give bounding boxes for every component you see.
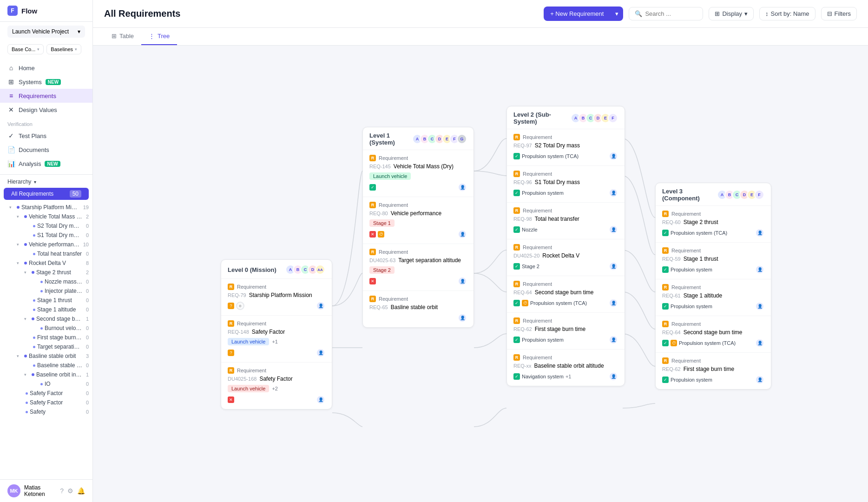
- req-id: REQ-79: [228, 292, 246, 298]
- req-card[interactable]: R Requirement REQ-62 First stage burn ti…: [507, 313, 625, 350]
- hierarchy-header[interactable]: Hierarchy ▾: [0, 175, 92, 187]
- tree-row-burnout[interactable]: Burnout velocity 0: [0, 324, 92, 333]
- req-card[interactable]: R Requirement REQ-80 Vehicle performance…: [363, 197, 473, 244]
- sub-label: Propulsion system: [671, 377, 712, 383]
- req-name-row: REQ-60 Stage 2 thrust: [662, 219, 764, 225]
- req-card-footer: ? ○ 👤: [228, 301, 325, 310]
- tree-row-target-sep[interactable]: Target separation altitude 0: [0, 342, 92, 351]
- bell-icon[interactable]: 🔔: [77, 487, 85, 495]
- search-box[interactable]: 🔍: [629, 7, 703, 20]
- req-card[interactable]: R Requirement REQ-79 Starship Platform M…: [221, 279, 332, 316]
- main-content: All Requirements + New Requirement ▾ 🔍 ⊞…: [93, 0, 868, 502]
- tree-row-stage1-alt[interactable]: Stage 1 altitude 0: [0, 305, 92, 314]
- search-input[interactable]: [645, 10, 697, 17]
- tree-row-stage2-thrust[interactable]: ▾ Stage 2 thrust 2: [0, 268, 92, 277]
- sidebar-item-design-values[interactable]: ✕ Design Values: [0, 103, 92, 117]
- req-card-footer: ? 👤: [228, 348, 325, 357]
- avatar: 👤: [609, 372, 618, 381]
- req-card[interactable]: R Requirement REQ-145 Vehicle Total Mass…: [363, 150, 473, 197]
- status-question-icon: ?: [228, 350, 234, 356]
- tree-row-vehicle-total[interactable]: ▾ Vehicle Total Mass (Dry) 2: [0, 212, 92, 221]
- tree-row-rocket[interactable]: ▾ Rocket Delta V 8: [0, 258, 92, 268]
- tree-row-io[interactable]: IO 0: [0, 379, 92, 389]
- req-name: Second stage burn time: [684, 329, 743, 336]
- tab-table[interactable]: ⊞ Table: [104, 28, 141, 45]
- nav-label: Design Values: [19, 106, 57, 113]
- req-card[interactable]: R Requirement REQ-64 Second stage burn t…: [507, 276, 625, 313]
- status-check-icon: ✓: [513, 300, 520, 306]
- tree-row-s1[interactable]: S1 Total Dry mass 0: [0, 231, 92, 240]
- tree-row-1st-burn[interactable]: First stage burn time 0: [0, 333, 92, 342]
- new-requirement-button[interactable]: + New Requirement ▾: [544, 7, 623, 21]
- req-card-footer: ✓ Propulsion system 👤: [662, 302, 764, 311]
- canvas-content[interactable]: Level 0 (Mission) A B C D AA: [93, 46, 868, 502]
- avatar: 👤: [609, 298, 618, 308]
- req-card[interactable]: R Requirement REQ-62 First stage burn ti…: [656, 353, 771, 389]
- base-co-chip[interactable]: Base Co... ▾: [7, 44, 44, 54]
- req-card-footer: ✕ 👤: [228, 395, 325, 404]
- tree-count: 0: [84, 279, 89, 284]
- chevron-down-icon: ▾: [744, 10, 748, 17]
- tree-dot-icon: [17, 206, 20, 209]
- req-card[interactable]: R Requirement DU4025-168 Safety Factor L…: [221, 363, 332, 409]
- tree-row-injector[interactable]: Injector plate mass 0: [0, 286, 92, 296]
- dropdown-arrow-icon[interactable]: ▾: [611, 7, 623, 21]
- sidebar-item-systems[interactable]: ⊞ Systems NEW: [0, 75, 92, 89]
- filters-button[interactable]: ⊟ Filters: [821, 7, 857, 20]
- req-id-row: R Requirement: [662, 284, 764, 291]
- req-card[interactable]: R Requirement REQ-61 Stage 1 altitude ✓ …: [656, 279, 771, 316]
- all-requirements-row[interactable]: All Requirements 50: [4, 188, 89, 200]
- display-button[interactable]: ⊞ Display ▾: [709, 7, 754, 20]
- sidebar-footer: MK Matias Ketonen ? ⚙ 🔔: [0, 479, 92, 502]
- tree-row-stage1-thrust[interactable]: Stage 1 thrust 0: [0, 296, 92, 305]
- help-icon[interactable]: ?: [60, 487, 64, 495]
- req-card[interactable]: R Requirement REQ-148 Safety Factor Laun…: [221, 316, 332, 363]
- sidebar-item-documents[interactable]: 📄 Documents: [0, 143, 92, 157]
- tree-row-s2[interactable]: S2 Total Dry mass 0: [0, 221, 92, 231]
- logo-icon: F: [7, 6, 18, 16]
- logo-text: Flow: [21, 7, 37, 15]
- req-card[interactable]: R Requirement DU4025-20 Rocket Delta V ✓…: [507, 239, 625, 276]
- sub-label: Propulsion system: [522, 190, 564, 196]
- req-card[interactable]: R Requirement REQ-60 Stage 2 thrust ✓ Pr…: [656, 206, 771, 243]
- sort-button[interactable]: ↕ Sort by: Name: [759, 7, 815, 20]
- tree-row-baseline-incl[interactable]: ▾ Baseline orbit inclination 1: [0, 370, 92, 379]
- sidebar-item-home[interactable]: ⌂ Home: [0, 61, 92, 75]
- project-selector[interactable]: Launch Vehicle Project ▾: [7, 26, 85, 38]
- req-card[interactable]: R Requirement REQ-64 Second stage burn t…: [656, 316, 771, 353]
- tab-tree[interactable]: ⋮ Tree: [141, 28, 177, 45]
- tree-dot-sm-icon: [26, 402, 28, 404]
- avatar-aa: AA: [315, 264, 325, 275]
- tree-row-vehicle-perf[interactable]: ▾ Vehicle performance 10: [0, 240, 92, 249]
- req-card[interactable]: R Requirement REQ-xx Baseline stable orb…: [507, 350, 625, 386]
- tree-row-safety2[interactable]: Safety Factor 0: [0, 398, 92, 407]
- settings-icon[interactable]: ⚙: [67, 487, 73, 495]
- req-card[interactable]: R Requirement REQ-96 S1 Total Dry mass ✓…: [507, 166, 625, 203]
- req-card[interactable]: R Requirement REQ-65 Basline stable orbi…: [363, 291, 473, 327]
- level2-avatars: A B C D E F: [571, 113, 618, 123]
- tree-row-2nd-burn[interactable]: ▾ Second stage burn time 1: [0, 314, 92, 324]
- tree-row-nozzle[interactable]: Nozzle mass flow limit 0: [0, 277, 92, 286]
- tree-row-baseline-orbit[interactable]: ▾ Basline stable orbit 3: [0, 351, 92, 361]
- tree-row-starship[interactable]: ▾ Starship Platform Mission 19: [0, 203, 92, 212]
- req-name-row: REQ-148 Safety Factor: [228, 329, 325, 335]
- sidebar-item-requirements[interactable]: ≡ Requirements: [0, 89, 92, 103]
- req-card[interactable]: R Requirement REQ-97 S2 Total Dry mass ✓…: [507, 129, 625, 166]
- nav-items: ⌂ Home ⊞ Systems NEW ≡ Requirements ✕ De…: [0, 57, 92, 175]
- baselines-chip[interactable]: Baselines ▾: [46, 44, 81, 54]
- tree-row-baseline-alt[interactable]: Baseline stable orbit altit... 0: [0, 361, 92, 370]
- req-card[interactable]: R Requirement REQ-59 Stage 1 thrust ✓ Pr…: [656, 243, 771, 279]
- status-check-icon: ✓: [513, 190, 520, 196]
- tree-row-safety1[interactable]: Safety Factor 0: [0, 389, 92, 398]
- req-tag: Launch vehicle: [228, 385, 269, 392]
- tree-row-safety3[interactable]: Safety 0: [0, 407, 92, 416]
- req-card[interactable]: R Requirement DU4025-63 Target separatio…: [363, 244, 473, 291]
- topbar-right: + New Requirement ▾ 🔍 ⊞ Display ▾ ↕ Sort…: [544, 7, 857, 21]
- sidebar-item-analysis[interactable]: 📊 Analysis NEW: [0, 157, 92, 171]
- req-section-label: Requirement: [379, 202, 408, 208]
- req-card[interactable]: R Requirement REQ-98 Total heat transfer…: [507, 203, 625, 239]
- tree-row-heat[interactable]: Total heat transfer 0: [0, 249, 92, 258]
- tree-label: Safety Factor: [30, 390, 82, 396]
- nav-label: Home: [19, 65, 35, 72]
- sidebar-item-test-plans[interactable]: ✓ Test Plans: [0, 129, 92, 143]
